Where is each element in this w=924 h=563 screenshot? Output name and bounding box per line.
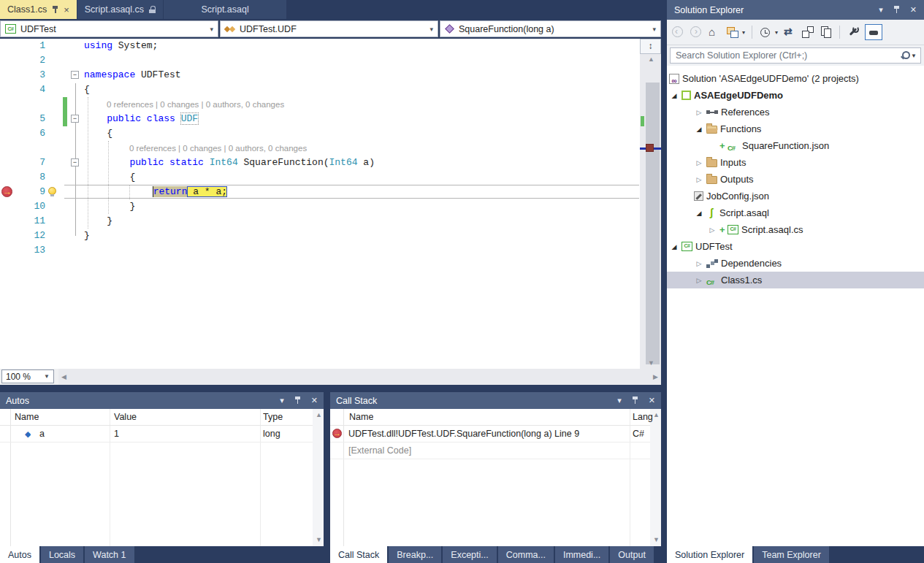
pin-icon[interactable] (52, 6, 58, 14)
expander-expanded-icon[interactable]: ◢ (694, 126, 704, 133)
tree-item-jobconfig-json[interactable]: JobConfig.json (667, 188, 924, 204)
call-stack-frame[interactable]: [External Code] (330, 443, 650, 459)
expander-collapsed-icon[interactable]: ▷ (694, 176, 704, 183)
collapse-region-icon[interactable]: − (71, 71, 79, 79)
line-number[interactable]: 11 (13, 214, 45, 229)
chevron-down-icon[interactable]: ▾ (775, 29, 778, 36)
tree-item-udftest[interactable]: ◢UDFTest (667, 238, 924, 255)
close-icon[interactable]: × (64, 5, 69, 15)
search-icon[interactable] (900, 50, 910, 61)
call-stack-scrollbar[interactable]: ▲ ▼ (650, 409, 661, 546)
line-number[interactable]: 5 (13, 112, 45, 126)
collapse-all-icon[interactable] (801, 26, 814, 39)
chevron-down-icon[interactable]: ▾ (280, 397, 284, 405)
editor-horizontal-scrollbar[interactable]: ◀ ▶ (58, 369, 661, 385)
tree-item-squarefunction-json[interactable]: +SquareFunction.json (667, 137, 924, 154)
chevron-down-icon[interactable]: ▾ (617, 397, 622, 405)
member-dropdown[interactable]: SquareFunction(long a)▾ (440, 20, 661, 37)
scroll-up-arrow-icon[interactable]: ▲ (653, 412, 660, 418)
close-icon[interactable]: ✕ (910, 5, 917, 15)
type-dropdown[interactable]: UDFTest.UDF▾ (220, 20, 438, 37)
tree-item-script-asaql[interactable]: ◢Script.asaql (667, 204, 924, 221)
project-dropdown[interactable]: UDFTest▾ (0, 20, 218, 37)
expander-collapsed-icon[interactable]: ▷ (694, 159, 704, 166)
call-stack-title-bar[interactable]: Call Stack ▾ ✕ (330, 392, 661, 409)
chevron-down-icon[interactable]: ▾ (879, 5, 883, 15)
tool-window-tab[interactable]: Solution Explorer (667, 546, 752, 563)
codelens-info[interactable]: 0 references | 0 changes | 0 authors, 0 … (107, 97, 284, 112)
tree-item-script-asaql-cs[interactable]: ▷+Script.asaql.cs (667, 221, 924, 238)
call-stack-frame[interactable]: UDFTest.dll!UDFTest.UDF.SquareFunction(l… (330, 426, 650, 443)
collapse-region-icon[interactable]: − (71, 115, 79, 123)
pin-icon[interactable] (632, 397, 638, 405)
tool-window-tab[interactable]: Breakp... (389, 546, 441, 563)
line-number[interactable]: 12 (13, 229, 45, 243)
scroll-right-arrow-icon[interactable]: ▶ (653, 374, 658, 380)
search-input[interactable] (674, 50, 897, 61)
pin-icon[interactable] (294, 397, 301, 405)
scrollbar-track[interactable]: ▲ ▼ (640, 54, 661, 369)
autos-row[interactable]: ◆a1long (0, 426, 313, 443)
tool-window-tab[interactable]: Team Explorer (754, 546, 829, 563)
tool-window-tab[interactable]: Call Stack (330, 546, 387, 563)
column-header[interactable]: Value (114, 409, 137, 426)
expander-collapsed-icon[interactable]: ▷ (694, 277, 704, 284)
chevron-down-icon[interactable]: ▾ (210, 26, 213, 33)
line-number[interactable]: 1 (13, 39, 45, 53)
code-editor[interactable]: 1using System;23−namespace UDFTest4{0 re… (0, 39, 661, 369)
line-number[interactable]: 13 (13, 243, 45, 258)
column-header[interactable]: Lang (633, 409, 653, 426)
chevron-down-icon[interactable]: ▾ (429, 26, 433, 33)
expander-collapsed-icon[interactable]: ▷ (694, 260, 704, 267)
search-box[interactable]: ▼ (670, 47, 921, 64)
scroll-up-arrow-icon[interactable]: ▲ (648, 56, 654, 63)
scroll-down-arrow-icon[interactable]: ▼ (648, 360, 654, 367)
document-tab[interactable]: Script.asaql (164, 0, 286, 19)
line-number[interactable]: 10 (13, 199, 45, 214)
back-icon[interactable] (671, 26, 684, 39)
scroll-up-arrow-icon[interactable]: ▲ (316, 412, 322, 418)
chevron-down-icon[interactable]: ▾ (742, 29, 745, 36)
expander-expanded-icon[interactable]: ◢ (669, 243, 679, 250)
autos-title-bar[interactable]: Autos ▾ ✕ (0, 392, 324, 409)
collapse-region-icon[interactable]: − (71, 158, 79, 166)
expander-expanded-icon[interactable]: ◢ (694, 210, 704, 217)
tree-item-inputs[interactable]: ▷Inputs (667, 154, 924, 171)
autos-scrollbar[interactable]: ▲ ▼ (313, 409, 324, 546)
chevron-down-icon[interactable]: ▼ (911, 53, 917, 59)
column-header[interactable]: Name (15, 409, 39, 426)
expander-collapsed-icon[interactable]: ▷ (707, 226, 717, 234)
preview-selected-toggle[interactable] (865, 24, 882, 40)
tool-window-tab[interactable]: Comma... (498, 546, 554, 563)
tree-item-class1-cs[interactable]: ▷Class1.cs (667, 272, 924, 288)
tree-item-outputs[interactable]: ▷Outputs (667, 171, 924, 188)
editor-zoom-select[interactable]: 100 % ▼ (1, 369, 54, 383)
document-tab[interactable]: Script.asaql.cs (77, 0, 163, 19)
tree-item-asaedgeudfdemo[interactable]: ◢ASAEdgeUDFDemo (667, 87, 924, 104)
tool-window-tab[interactable]: Locals (41, 546, 83, 563)
expander-collapsed-icon[interactable]: ▷ (694, 109, 704, 116)
line-number[interactable]: 4 (13, 83, 45, 97)
lightbulb-icon[interactable] (48, 187, 57, 197)
tool-window-tab[interactable]: Output (610, 546, 654, 563)
tree-item-references[interactable]: ▷References (667, 104, 924, 120)
line-number[interactable]: 8 (13, 170, 45, 185)
tree-item-functions[interactable]: ◢Functions (667, 120, 924, 137)
tool-window-tab[interactable]: Watch 1 (85, 546, 134, 563)
codelens-info[interactable]: 0 references | 0 changes | 0 authors, 0 … (129, 141, 307, 156)
editor-vertical-scrollbar[interactable]: ↕ ▲ ▼ (640, 39, 661, 369)
solution-explorer-title-bar[interactable]: Solution Explorer ▾ ✕ (667, 0, 924, 20)
pin-icon[interactable] (893, 6, 900, 14)
home-icon[interactable] (708, 26, 721, 39)
line-number[interactable]: 7 (13, 156, 45, 170)
line-number[interactable]: 3 (13, 68, 45, 83)
scrollbar-thumb[interactable] (646, 83, 660, 364)
close-icon[interactable]: ✕ (649, 397, 655, 405)
tool-window-tab[interactable]: Immedi... (555, 546, 608, 563)
chevron-down-icon[interactable]: ▾ (652, 26, 656, 33)
scroll-down-arrow-icon[interactable]: ▼ (653, 537, 660, 543)
wrench-icon[interactable] (847, 26, 860, 39)
panel-splitter[interactable] (661, 0, 667, 563)
forward-icon[interactable] (690, 26, 703, 39)
close-icon[interactable]: ✕ (311, 397, 318, 405)
